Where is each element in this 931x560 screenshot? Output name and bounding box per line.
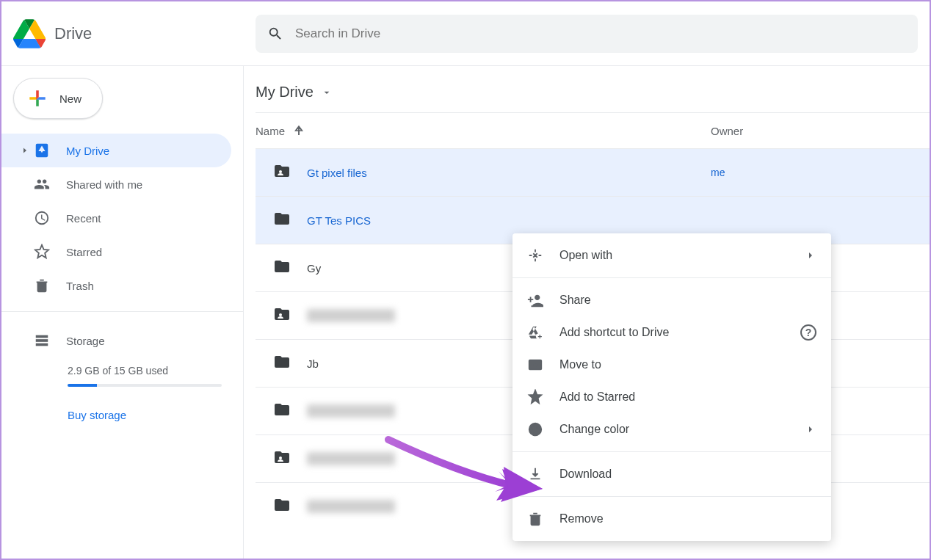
folder-icon	[273, 496, 307, 517]
sidebar-item-trash[interactable]: Trash	[1, 269, 231, 302]
context-menu: Open with Share Add shortcut to Drive ? …	[512, 233, 831, 541]
chevron-right-icon	[805, 423, 816, 435]
file-name: GT Tes PICS	[307, 214, 371, 227]
folder-icon	[273, 305, 307, 326]
header: Drive	[1, 1, 930, 66]
folder-icon	[273, 210, 307, 230]
trash-icon	[527, 511, 543, 527]
download-icon	[527, 466, 543, 482]
file-name-blurred	[307, 309, 395, 322]
column-name-header[interactable]: Name	[256, 124, 711, 137]
breadcrumb[interactable]: My Drive	[256, 84, 930, 113]
folder-icon	[273, 353, 307, 374]
menu-share[interactable]: Share	[512, 284, 831, 316]
nav: My Drive Shared with me Recent Starred	[1, 134, 243, 302]
menu-label: Add shortcut to Drive	[559, 326, 669, 339]
logo-area[interactable]: Drive	[13, 19, 256, 48]
menu-divider	[512, 451, 831, 452]
folder-icon	[273, 401, 307, 421]
buy-storage-link[interactable]: Buy storage	[68, 409, 126, 421]
svg-point-4	[279, 313, 282, 316]
help-icon[interactable]: ?	[800, 324, 816, 341]
menu-label: Move to	[559, 358, 601, 371]
star-icon	[527, 389, 543, 405]
column-owner-header[interactable]: Owner	[711, 125, 858, 137]
storage-text: 2.9 GB of 15 GB used	[68, 365, 224, 377]
chevron-right-icon	[805, 250, 816, 261]
sidebar-item-label: Shared with me	[66, 178, 142, 191]
storage-label: Storage	[66, 335, 105, 347]
drive-logo-icon	[13, 19, 46, 48]
menu-download[interactable]: Download	[512, 458, 831, 490]
menu-label: Share	[559, 294, 591, 307]
star-icon	[34, 244, 50, 260]
menu-label: Open with	[559, 249, 612, 262]
search-icon	[267, 26, 283, 42]
move-to-icon	[527, 357, 543, 373]
menu-move-to[interactable]: Move to	[512, 349, 831, 381]
svg-point-5	[279, 457, 282, 459]
new-button[interactable]: New	[13, 78, 103, 119]
sidebar-item-label: Trash	[66, 280, 94, 292]
owner-cell: me	[711, 167, 725, 178]
file-row[interactable]: Gt pixel filesme	[256, 148, 930, 196]
open-with-icon	[527, 247, 543, 263]
storage-bar	[68, 384, 222, 387]
menu-divider	[512, 277, 831, 278]
share-icon	[527, 292, 543, 308]
sidebar-item-starred[interactable]: Starred	[1, 235, 231, 269]
sidebar-item-label: Starred	[66, 246, 102, 258]
file-name: Gt pixel files	[307, 167, 367, 179]
menu-label: Add to Starred	[559, 390, 635, 404]
folder-icon	[273, 448, 307, 469]
file-name-blurred	[307, 500, 395, 513]
search-bar[interactable]	[256, 15, 918, 53]
file-name: Gy	[307, 262, 321, 274]
sidebar-item-label: Recent	[66, 212, 101, 225]
sidebar-item-label: My Drive	[66, 145, 109, 157]
menu-label: Download	[559, 468, 612, 481]
menu-label: Change color	[559, 423, 629, 436]
svg-rect-0	[36, 335, 48, 338]
palette-icon	[527, 421, 543, 437]
folder-icon	[273, 258, 307, 278]
chevron-right-icon	[21, 146, 29, 155]
menu-remove[interactable]: Remove	[512, 503, 831, 535]
sidebar-item-recent[interactable]: Recent	[1, 201, 231, 235]
svg-point-10	[535, 425, 537, 427]
svg-point-11	[537, 427, 539, 429]
new-button-label: New	[59, 92, 81, 105]
breadcrumb-label: My Drive	[256, 84, 314, 101]
trash-icon	[34, 277, 50, 294]
svg-rect-2	[36, 343, 48, 346]
column-headers: Name Owner	[256, 113, 930, 148]
menu-divider	[512, 496, 831, 497]
menu-add-starred[interactable]: Add to Starred	[512, 381, 831, 413]
file-name: Jb	[307, 357, 319, 370]
sidebar-item-mydrive[interactable]: My Drive	[1, 134, 231, 167]
sidebar: New My Drive Shared with me Recent	[1, 66, 244, 559]
sidebar-item-storage[interactable]: Storage	[1, 325, 243, 356]
menu-add-shortcut[interactable]: Add shortcut to Drive ?	[512, 316, 831, 349]
people-icon	[34, 176, 50, 192]
menu-label: Remove	[559, 512, 604, 526]
sidebar-item-shared[interactable]: Shared with me	[1, 167, 231, 201]
drive-icon	[34, 142, 50, 159]
file-name-blurred	[307, 452, 395, 465]
svg-rect-1	[36, 339, 48, 342]
search-input[interactable]	[295, 26, 906, 41]
drive-shortcut-icon	[527, 324, 543, 341]
caret-down-icon	[321, 87, 333, 98]
file-name-blurred	[307, 404, 395, 418]
storage-icon	[34, 332, 50, 349]
logo-text: Drive	[54, 24, 92, 43]
menu-open-with[interactable]: Open with	[512, 239, 831, 272]
svg-point-9	[532, 427, 534, 429]
sort-up-icon	[292, 124, 305, 137]
clock-icon	[34, 210, 50, 226]
plus-icon	[26, 87, 49, 110]
folder-icon	[273, 162, 307, 183]
menu-change-color[interactable]: Change color	[512, 413, 831, 446]
svg-point-3	[279, 170, 282, 173]
